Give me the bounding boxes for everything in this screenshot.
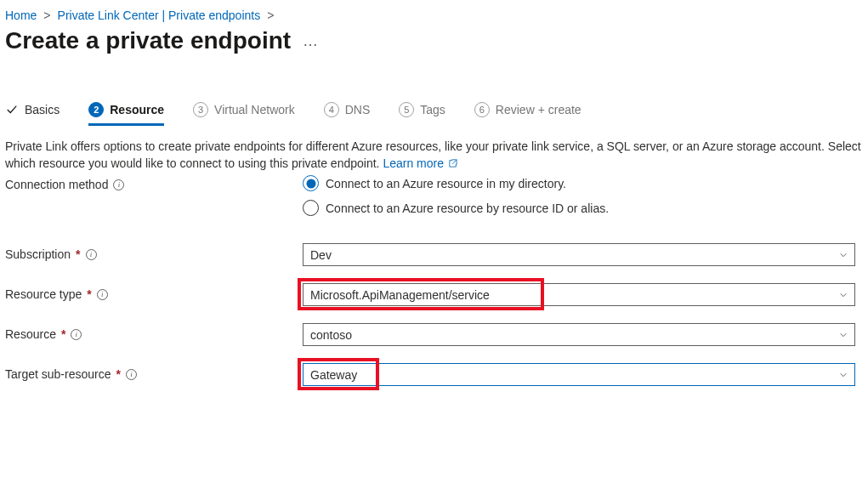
step-number-icon: 6 [474,102,490,117]
subscription-label: Subscription * i [5,243,303,261]
connection-method-option-resourceid[interactable]: Connect to an Azure resource by resource… [303,200,855,216]
chevron-down-icon [839,331,848,339]
info-icon[interactable]: i [86,249,97,260]
info-icon[interactable]: i [113,179,124,190]
resource-type-select[interactable]: Microsoft.ApiManagement/service [303,283,855,306]
step-number-icon: 4 [324,102,339,117]
wizard-tabs: Basics 2 Resource 3 Virtual Network 4 DN… [5,97,863,127]
select-value: contoso [310,328,352,342]
breadcrumb-home[interactable]: Home [5,9,37,22]
breadcrumb-separator: > [267,9,274,22]
tab-label: DNS [345,103,371,116]
required-indicator: * [116,367,121,381]
tab-label: Virtual Network [214,103,295,116]
tab-dns[interactable]: 4 DNS [324,97,371,126]
radio-label: Connect to an Azure resource in my direc… [326,177,566,190]
target-sub-resource-row: Target sub-resource * i Gateway [5,363,863,386]
step-number-icon: 5 [399,102,414,117]
chevron-down-icon [839,251,848,259]
tab-tags[interactable]: 5 Tags [399,97,445,126]
resource-select[interactable]: contoso [303,323,855,346]
connection-method-label: Connection method i [5,173,303,191]
tab-basics[interactable]: Basics [5,98,60,125]
connection-method-radio-group: Connect to an Azure resource in my direc… [303,175,855,216]
required-indicator: * [87,287,91,301]
tab-label: Basics [25,103,60,116]
chevron-down-icon [839,291,848,299]
breadcrumb: Home > Private Link Center | Private end… [5,9,863,22]
more-actions-button[interactable]: … [303,32,319,50]
connection-method-row: Connection method i Connect to an Azure … [5,173,863,216]
page-title-row: Create a private endpoint … [5,27,863,54]
tab-label: Tags [420,103,445,116]
info-icon[interactable]: i [97,289,108,300]
select-value: Dev [310,248,332,262]
select-value: Gateway [310,368,357,382]
step-number-icon: 3 [193,102,208,117]
resource-type-row: Resource type * i Microsoft.ApiManagemen… [5,283,863,306]
tab-label: Review + create [496,103,582,116]
radio-label: Connect to an Azure resource by resource… [326,202,609,215]
breadcrumb-separator: > [43,9,50,22]
resource-type-label: Resource type * i [5,283,303,301]
tab-resource[interactable]: 2 Resource [88,97,164,126]
radio-icon [303,175,319,191]
page-title: Create a private endpoint [5,27,291,54]
required-indicator: * [76,247,80,261]
resource-row: Resource * i contoso [5,323,863,346]
required-indicator: * [61,327,65,341]
breadcrumb-private-link-center[interactable]: Private Link Center | Private endpoints [58,9,261,22]
tab-review-create[interactable]: 6 Review + create [474,97,582,126]
info-icon[interactable]: i [71,329,82,340]
info-icon[interactable]: i [126,369,137,380]
target-sub-resource-label: Target sub-resource * i [5,363,303,381]
target-sub-resource-select[interactable]: Gateway [303,363,855,386]
tab-label: Resource [110,103,164,116]
chevron-down-icon [839,371,848,379]
check-icon [5,103,19,116]
select-value: Microsoft.ApiManagement/service [310,288,490,302]
tab-virtual-network[interactable]: 3 Virtual Network [193,97,295,126]
connection-method-option-directory[interactable]: Connect to an Azure resource in my direc… [303,175,855,191]
description-text: Private Link offers options to create pr… [5,139,863,172]
step-number-icon: 2 [88,102,104,117]
subscription-select[interactable]: Dev [303,243,855,266]
learn-more-link[interactable]: Learn more [383,156,457,170]
subscription-row: Subscription * i Dev [5,243,863,266]
external-link-icon [449,159,457,168]
resource-label: Resource * i [5,323,303,341]
radio-icon [303,200,319,216]
